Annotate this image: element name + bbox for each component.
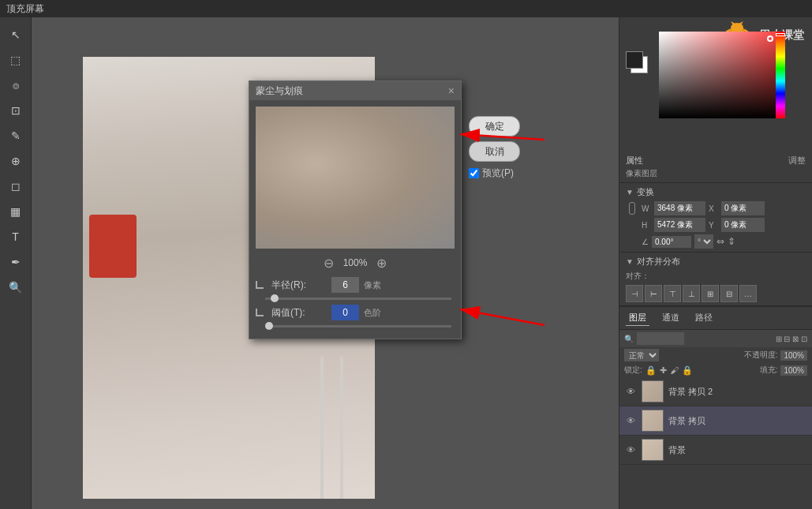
- angle-row: ∠ 0.00° ° ⇔ ⇕: [626, 234, 806, 249]
- layer-mode-select[interactable]: 正常溶解叠加柔光: [624, 349, 659, 361]
- align-title-row: ▼ 对齐并分布: [626, 256, 806, 268]
- eraser-tool[interactable]: ◻: [5, 175, 27, 197]
- properties-title-row: 属性 调整: [626, 155, 806, 167]
- radius-slider[interactable]: [265, 298, 451, 300]
- pen-tool[interactable]: ✒: [5, 251, 27, 273]
- clone-tool[interactable]: ⊕: [5, 150, 27, 172]
- search-icon: 🔍: [624, 335, 634, 343]
- color-swatches: [626, 32, 806, 134]
- layers-filter-icons: ⊞ ⊟ ⊠ ⊡: [776, 335, 807, 343]
- top-bar-item: 顶充屏幕: [6, 2, 44, 16]
- select-tool[interactable]: ⬚: [5, 49, 27, 71]
- chain-symbol: [629, 202, 635, 215]
- layer-item-1[interactable]: 👁 背景 拷贝: [619, 406, 812, 436]
- zoom-out-button[interactable]: ⊖: [321, 255, 337, 271]
- chair-leg-right: [340, 357, 343, 499]
- threshold-slider[interactable]: [265, 325, 451, 327]
- gradient-tool[interactable]: ▦: [5, 200, 27, 223]
- angle-value[interactable]: 0.00°: [652, 236, 691, 248]
- angle-icon: ∠: [642, 238, 649, 246]
- y-value[interactable]: 0 像素: [721, 218, 765, 232]
- dialog-titlebar: 蒙尘与划痕 ×: [249, 81, 461, 100]
- brush-tool[interactable]: ✎: [5, 125, 27, 147]
- properties-header: 属性 调整 像素图层: [619, 152, 812, 183]
- align-center-v-button[interactable]: ⊞: [702, 285, 719, 302]
- wx-row: W 3648 像素 X 0 像素: [626, 201, 806, 215]
- align-right-button[interactable]: ⊤: [664, 285, 681, 302]
- layers-tab-channels[interactable]: 通道: [659, 310, 683, 326]
- fill-value[interactable]: 100%: [780, 365, 807, 376]
- radius-input[interactable]: [331, 277, 359, 293]
- threshold-input[interactable]: [331, 305, 359, 320]
- layer-thumbnail-0: [642, 380, 664, 402]
- flip-h-icon[interactable]: ⇔: [717, 236, 724, 247]
- distribute-button[interactable]: …: [739, 285, 757, 302]
- layer-eye-icon-1[interactable]: 👁: [624, 414, 637, 427]
- radius-row: 半径(R): 像素: [256, 277, 455, 293]
- w-label: W: [642, 204, 651, 213]
- cancel-button[interactable]: 取消: [469, 141, 520, 162]
- dialog-content: ⊖ 100% ⊕ 半径(R): 像素: [249, 100, 461, 339]
- align-center-h-button[interactable]: ⊢: [645, 285, 662, 302]
- angle-select[interactable]: °: [694, 234, 713, 249]
- layer-item-0[interactable]: 👁 背景 拷贝 2: [619, 377, 812, 406]
- w-value[interactable]: 3648 像素: [654, 201, 705, 215]
- color-brightness-overlay: [659, 32, 777, 118]
- h-value[interactable]: 5472 像素: [654, 218, 705, 232]
- layer-eye-icon-2[interactable]: 👁: [624, 444, 637, 456]
- dialog-buttons: 确定 取消 预览(P): [469, 116, 520, 180]
- align-title: 对齐并分布: [637, 256, 680, 268]
- lock-icon[interactable]: 🔒: [645, 365, 657, 376]
- move-tool[interactable]: ↖: [5, 24, 27, 46]
- ps-toolbar: ↖ ⬚ ⌾ ⊡ ✎ ⊕ ◻ ▦ T ✒ 🔍: [0, 17, 32, 509]
- threshold-unit: 色阶: [364, 307, 381, 319]
- x-value[interactable]: 0 像素: [721, 201, 765, 215]
- text-tool[interactable]: T: [5, 226, 27, 248]
- opacity-value[interactable]: 100%: [780, 350, 807, 361]
- crop-tool[interactable]: ⊡: [5, 99, 27, 122]
- transform-title: 变换: [637, 186, 654, 198]
- layers-tab-paths[interactable]: 路径: [692, 310, 716, 326]
- lasso-tool[interactable]: ⌾: [5, 74, 27, 96]
- preview-checkbox[interactable]: [469, 168, 479, 178]
- threshold-slider-thumb[interactable]: [265, 322, 273, 330]
- layer-name-0: 背景 拷贝 2: [668, 386, 807, 398]
- align-label: 对齐：: [626, 271, 806, 282]
- layers-search-input[interactable]: [637, 332, 684, 345]
- hy-row: H 5472 像素 Y 0 像素: [626, 218, 806, 232]
- align-left-button[interactable]: ⊣: [626, 285, 643, 302]
- confirm-button[interactable]: 确定: [469, 116, 520, 137]
- dialog-close-button[interactable]: ×: [448, 85, 455, 96]
- layer-thumbnail-1: [642, 410, 664, 432]
- y-label: Y: [709, 221, 718, 230]
- align-top-button[interactable]: ⊥: [683, 285, 700, 302]
- lock-all-icon[interactable]: 🔒: [682, 365, 693, 376]
- foreground-color-square[interactable]: [626, 51, 643, 69]
- hue-slider-indicator: [776, 33, 785, 36]
- layer-name-2: 背景: [668, 444, 807, 456]
- zoom-in-button[interactable]: ⊕: [373, 255, 389, 271]
- align-arrow: ▼: [626, 257, 634, 266]
- red-bag: [89, 215, 137, 278]
- blur-dialog: 蒙尘与划痕 × ⊖ 100% ⊕ 半径(R):: [249, 80, 462, 339]
- lock-pos-icon[interactable]: ✚: [660, 365, 667, 376]
- color-squares: [626, 51, 654, 80]
- layers-tab-layers[interactable]: 图层: [626, 310, 649, 326]
- preview-checkbox-row: 预览(P): [469, 167, 520, 180]
- layer-item-2[interactable]: 👁 背景: [619, 436, 812, 465]
- color-gradient-area[interactable]: [659, 32, 785, 134]
- layer-eye-icon-0[interactable]: 👁: [624, 385, 637, 398]
- layers-panel: 图层 通道 路径 🔍 ⊞ ⊟ ⊠ ⊡ 正常溶解叠加柔光 不透明度: 100% 锁…: [619, 306, 812, 464]
- radius-slider-thumb[interactable]: [271, 294, 279, 302]
- threshold-row: 阈值(T): 色阶: [256, 305, 455, 320]
- color-saturation-box[interactable]: [659, 32, 777, 118]
- top-bar: 顶充屏幕: [0, 0, 812, 17]
- zoom-tool[interactable]: 🔍: [5, 276, 27, 298]
- lock-art-icon[interactable]: 🖌: [670, 365, 679, 375]
- transform-section: ▼ 变换 W 3648 像素 X 0 像素 H 5472 像素 Y 0 像素: [619, 183, 812, 253]
- flip-v-icon[interactable]: ⇕: [728, 236, 735, 247]
- radius-slider-container: [256, 298, 455, 305]
- hue-slider[interactable]: [776, 32, 785, 118]
- h-label: H: [642, 221, 651, 230]
- align-bottom-button[interactable]: ⊟: [720, 285, 738, 302]
